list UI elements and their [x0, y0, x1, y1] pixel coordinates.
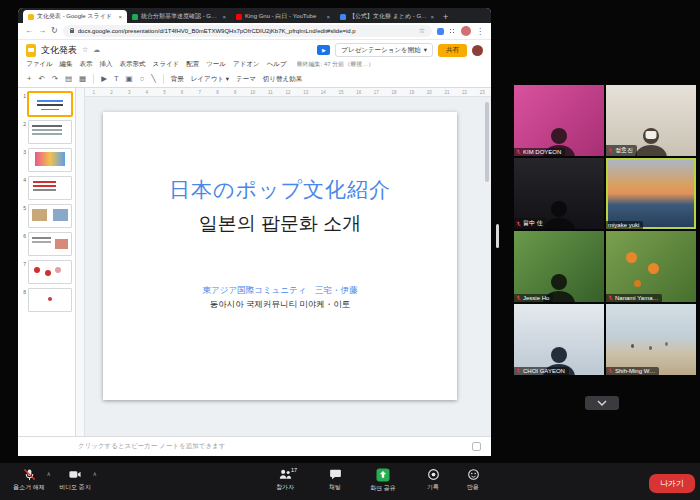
print-icon[interactable]: ▤	[65, 75, 72, 83]
back-icon[interactable]: ←	[25, 27, 33, 35]
present-button[interactable]: プレゼンテーションを開始 ▾	[335, 43, 433, 57]
thumbnail-preview[interactable]	[28, 148, 72, 172]
slide-title-japanese[interactable]: 日本のポップ文化紹介	[103, 176, 457, 204]
paint-format-icon[interactable]: ▦	[79, 75, 86, 83]
reactions-button[interactable]: 반응	[450, 465, 496, 498]
video-tile-6[interactable]: CHOI GAYEON	[514, 304, 604, 375]
video-options-caret[interactable]: ∧	[93, 470, 97, 477]
menu-addons[interactable]: アドオン	[233, 60, 260, 69]
browser-tab-sheet[interactable]: 統合分類基準速度確認 - Google スプレッドシート ×	[127, 10, 231, 23]
browser-profile-avatar[interactable]	[461, 26, 471, 36]
background-button[interactable]: 背景	[171, 75, 184, 84]
slide-thumbnail-5[interactable]: 5	[20, 204, 72, 228]
shared-screen-scrollbar[interactable]	[496, 224, 499, 248]
menu-file[interactable]: ファイル	[26, 60, 53, 69]
new-slide-icon[interactable]: +	[27, 75, 31, 83]
thumbnail-preview[interactable]	[28, 260, 72, 284]
select-cursor-icon[interactable]: ▶	[101, 75, 107, 83]
user-avatar[interactable]	[472, 45, 483, 56]
forward-icon[interactable]: →	[38, 27, 46, 35]
reactions-label: 반응	[467, 483, 479, 492]
slide-thumbnail-4[interactable]: 4	[20, 176, 72, 200]
insert-line-icon[interactable]: ╲	[151, 75, 156, 83]
slide-thumbnail-7[interactable]: 7	[20, 260, 72, 284]
insert-image-icon[interactable]: ▣	[126, 75, 133, 83]
participant-name-tag: 畠中 佳	[514, 218, 547, 229]
browser-menu-icon[interactable]: ⋮	[476, 27, 484, 36]
menu-format[interactable]: 表示形式	[120, 60, 146, 69]
slide-thumbnail-2[interactable]: 2	[20, 120, 72, 144]
thumbnail-preview[interactable]	[28, 176, 72, 200]
browser-tab-youtube[interactable]: King Gnu - 白日 - YouTube ×	[231, 10, 335, 23]
reload-icon[interactable]: ↻	[51, 27, 58, 35]
thumbnail-preview[interactable]	[28, 92, 72, 116]
speaker-notes-bar[interactable]: クリックするとスピーカー ノートを追加できます	[18, 436, 491, 456]
share-button[interactable]: 共有	[438, 44, 467, 57]
tab-close-icon[interactable]: ×	[326, 14, 330, 20]
canvas-scrollbar[interactable]	[485, 102, 489, 182]
transition-button[interactable]: 切り替え効果	[263, 75, 302, 84]
mic-options-caret[interactable]: ∧	[47, 470, 51, 477]
slide-subtitle-japanese[interactable]: 東アジア国際コミュニティ 三宅・伊藤	[103, 285, 457, 297]
thumbnail-preview[interactable]	[28, 232, 72, 256]
slide-title-korean[interactable]: 일본의 팝문화 소개	[103, 211, 457, 237]
video-tile-0[interactable]: KIM DOYEON	[514, 85, 604, 156]
slide-thumbnail-1[interactable]: 1	[20, 92, 72, 116]
chat-button[interactable]: 채팅	[312, 465, 358, 498]
undo-icon[interactable]: ↶	[38, 75, 44, 83]
slide-subtitle-korean[interactable]: 동아시아 국제커뮤니티 미야케・이토	[103, 299, 457, 311]
browser-tab-docs[interactable]: 【公式】文化祭 まとめ - Google ドキュメント ×	[335, 10, 439, 23]
toolbar-divider	[93, 74, 94, 84]
thumbnail-preview[interactable]	[28, 204, 72, 228]
document-title[interactable]: 文化発表	[41, 44, 77, 57]
extension-icon[interactable]	[437, 28, 444, 35]
menu-slide[interactable]: スライド	[153, 60, 180, 69]
video-tile-2[interactable]: 畠中 佳	[514, 158, 604, 229]
slideshow-icon[interactable]: ▶	[317, 45, 330, 55]
tab-close-icon[interactable]: ×	[222, 14, 226, 20]
leave-meeting-button[interactable]: 나가기	[649, 474, 695, 493]
new-tab-button[interactable]: +	[443, 12, 448, 22]
insert-shape-icon[interactable]: ○	[140, 75, 145, 83]
thumbnail-preview[interactable]	[28, 288, 72, 312]
theme-button[interactable]: テーマ	[236, 75, 256, 84]
participants-button[interactable]: 17 참가자	[262, 465, 308, 498]
slides-app-icon[interactable]	[26, 44, 36, 57]
current-slide[interactable]: 日本のポップ文化紹介 일본의 팝문화 소개 東アジア国際コミュニティ 三宅・伊藤…	[103, 112, 457, 400]
menu-insert[interactable]: 挿入	[100, 60, 113, 69]
star-document-icon[interactable]: ☆	[82, 46, 88, 54]
apps-grid-icon[interactable]	[449, 28, 456, 35]
unmute-button[interactable]: 음소거 해제 ∧	[6, 465, 52, 498]
layout-button[interactable]: レイアウト ▾	[191, 75, 229, 84]
last-edit-status[interactable]: 最終編集: 47 分前（最後…）	[297, 60, 375, 69]
notes-resize-button[interactable]	[472, 442, 481, 451]
redo-icon[interactable]: ↷	[52, 75, 58, 83]
tab-close-icon[interactable]: ×	[430, 14, 434, 20]
slide-thumbnail-8[interactable]: 8	[20, 288, 72, 312]
url-omnibox[interactable]: docs.google.com/presentation/d/1T4fHV0_B…	[63, 25, 432, 37]
menu-view[interactable]: 表示	[80, 60, 93, 69]
thumbnail-preview[interactable]	[28, 120, 72, 144]
video-tile-3[interactable]: miyake yuki	[606, 158, 696, 229]
speaker-notes-placeholder[interactable]: クリックするとスピーカー ノートを追加できます	[78, 442, 225, 451]
bookmark-star-icon[interactable]: ☆	[419, 27, 425, 35]
menu-edit[interactable]: 編集	[60, 60, 73, 69]
slide-thumbnail-3[interactable]: 3	[20, 148, 72, 172]
video-tile-5[interactable]: Nanami Yama…	[606, 231, 696, 302]
tab-close-icon[interactable]: ×	[118, 14, 122, 20]
video-tile-4[interactable]: Jessie Ho	[514, 231, 604, 302]
screen-share-button[interactable]: 화면 공유	[360, 465, 406, 498]
slides-header: 文化発表 ☆ ☁ ▶ プレゼンテーションを開始 ▾ 共有 ファイル 編集 表示 …	[18, 40, 491, 71]
video-tile-1[interactable]: 정호진	[606, 85, 696, 156]
gallery-scroll-down-button[interactable]	[585, 396, 619, 410]
video-tile-7[interactable]: Shih-Ming W…	[606, 304, 696, 375]
text-box-icon[interactable]: T	[114, 75, 119, 83]
menu-help[interactable]: ヘルプ	[267, 60, 287, 69]
stop-video-button[interactable]: 비디오 중지 ∧	[52, 465, 98, 498]
chevron-down-icon	[597, 400, 607, 406]
browser-tab-slides[interactable]: 文化発表 - Google スライド ×	[23, 10, 127, 23]
muted-mic-icon	[516, 149, 521, 155]
menu-tools[interactable]: ツール	[206, 60, 226, 69]
menu-arrange[interactable]: 配置	[186, 60, 199, 69]
slide-thumbnail-6[interactable]: 6	[20, 232, 72, 256]
